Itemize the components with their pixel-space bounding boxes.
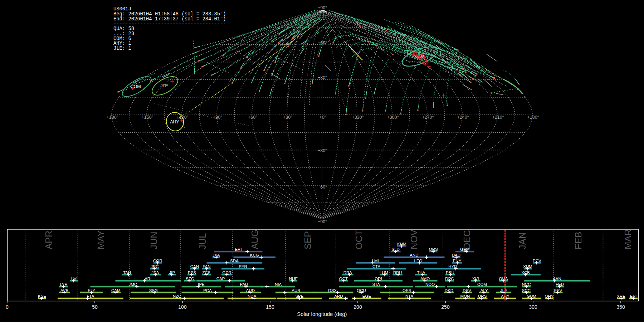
svg-text:NIA: NIA bbox=[275, 282, 282, 287]
svg-text:PCA: PCA bbox=[203, 288, 212, 293]
svg-text:SDA: SDA bbox=[230, 259, 239, 263]
svg-text:DSX: DSX bbox=[328, 288, 337, 293]
svg-text:MAR: MAR bbox=[623, 229, 633, 249]
svg-text:TAH: TAH bbox=[123, 270, 131, 275]
svg-text:JUL: JUL bbox=[197, 233, 208, 249]
svg-text:ECV: ECV bbox=[533, 259, 541, 263]
svg-text:CAP: CAP bbox=[216, 277, 225, 281]
svg-text:FEB: FEB bbox=[573, 231, 583, 249]
svg-text:QUA: QUA bbox=[499, 277, 508, 281]
svg-text:+30°: +30° bbox=[283, 115, 292, 120]
svg-text:+150°: +150° bbox=[141, 115, 153, 120]
svg-text:STA: STA bbox=[372, 282, 380, 287]
svg-text:ERI: ERI bbox=[235, 247, 241, 252]
svg-text:FEV: FEV bbox=[554, 288, 562, 293]
svg-text:+0°: +0° bbox=[319, 115, 326, 120]
svg-text:NZC: NZC bbox=[173, 294, 181, 298]
svg-text:JLE: JLE bbox=[500, 288, 507, 293]
svg-text:JEA: JEA bbox=[151, 270, 159, 275]
svg-text:XUM: XUM bbox=[523, 264, 532, 269]
svg-text:+270°: +270° bbox=[422, 115, 434, 120]
svg-text:NCC: NCC bbox=[522, 282, 531, 287]
svg-text:200: 200 bbox=[353, 304, 362, 310]
svg-text:LUM: LUM bbox=[380, 270, 388, 275]
svg-text:+60°: +60° bbox=[318, 40, 327, 45]
svg-text:ARI: ARI bbox=[145, 277, 151, 281]
svg-text:PSU: PSU bbox=[446, 270, 454, 275]
svg-text:−30°: −30° bbox=[318, 148, 327, 153]
svg-text:FAN: FAN bbox=[203, 264, 210, 269]
svg-text:NOO: NOO bbox=[425, 282, 435, 287]
svg-text:+180°: +180° bbox=[106, 115, 118, 120]
svg-text:URS: URS bbox=[478, 294, 487, 298]
svg-text:250: 250 bbox=[441, 304, 450, 310]
svg-text:GUM: GUM bbox=[527, 294, 536, 298]
svg-text:SCC: SCC bbox=[522, 288, 531, 293]
svg-text:AVB: AVB bbox=[60, 288, 68, 293]
svg-text:AND: AND bbox=[410, 253, 418, 257]
svg-text:LEO: LEO bbox=[414, 259, 422, 263]
svg-text:DRA: DRA bbox=[343, 270, 352, 275]
svg-text:CQR: CQR bbox=[153, 259, 162, 263]
svg-text:100: 100 bbox=[178, 304, 187, 310]
svg-text:KUM: KUM bbox=[397, 242, 406, 246]
svg-text:APR: APR bbox=[44, 231, 54, 249]
svg-text:DKD: DKD bbox=[445, 288, 453, 293]
svg-text:THA: THA bbox=[417, 270, 425, 275]
svg-text:XCB: XCB bbox=[521, 270, 530, 275]
svg-text:+180°: +180° bbox=[527, 115, 539, 120]
svg-text:PAU: PAU bbox=[240, 282, 248, 287]
svg-text:SZC: SZC bbox=[186, 277, 194, 281]
svg-text:CAN: CAN bbox=[190, 264, 199, 269]
svg-text:KCG: KCG bbox=[250, 253, 259, 257]
svg-text:+300°: +300° bbox=[387, 115, 399, 120]
svg-text:FTA: FTA bbox=[87, 294, 94, 298]
svg-text:JLE: 1: JLE: 1 bbox=[113, 46, 131, 51]
svg-text:DAD: DAD bbox=[452, 253, 460, 257]
svg-text:CAM: CAM bbox=[111, 288, 121, 293]
svg-text:PER: PER bbox=[239, 264, 247, 269]
svg-text:0: 0 bbox=[6, 304, 9, 310]
svg-text:AMO: AMO bbox=[420, 277, 430, 281]
svg-text:300: 300 bbox=[529, 304, 537, 310]
svg-text:IPE: IPE bbox=[198, 282, 205, 287]
svg-text:NUE: NUE bbox=[289, 277, 298, 281]
svg-text:GDR: GDR bbox=[222, 270, 231, 275]
svg-text:ARD: ARD bbox=[334, 294, 343, 298]
svg-text:50: 50 bbox=[92, 304, 98, 310]
svg-text:GEM: GEM bbox=[460, 247, 469, 252]
svg-text:RPU: RPU bbox=[393, 270, 402, 275]
svg-text:EHY: EHY bbox=[453, 259, 462, 263]
svg-text:NOV: NOV bbox=[409, 230, 419, 249]
svg-text:−60°: −60° bbox=[318, 185, 327, 190]
svg-text:LYR: LYR bbox=[60, 282, 68, 287]
svg-text:+240°: +240° bbox=[457, 115, 469, 120]
svg-text:ALY: ALY bbox=[480, 288, 488, 293]
svg-text:ZCS: ZCS bbox=[203, 270, 211, 275]
svg-text:PPS: PPS bbox=[188, 270, 196, 275]
svg-text:SLD: SLD bbox=[392, 247, 400, 252]
svg-text:JMC: JMC bbox=[128, 282, 137, 287]
svg-text:AHY: 1: AHY: 1 bbox=[113, 41, 131, 46]
svg-text:+60°: +60° bbox=[248, 115, 257, 120]
svg-text:ORI: ORI bbox=[375, 277, 382, 281]
svg-text:+90°: +90° bbox=[213, 115, 222, 120]
svg-text:NDA: NDA bbox=[248, 294, 257, 298]
svg-text:+330°: +330° bbox=[352, 115, 364, 120]
svg-text:JAN: JAN bbox=[517, 232, 527, 249]
svg-text:SSG: SSG bbox=[149, 288, 158, 293]
svg-text:ORS: ORS bbox=[429, 247, 438, 252]
svg-text:End: 20260104 17:39:37 (sol =: End: 20260104 17:39:37 (sol = 284.01°) bbox=[113, 16, 226, 22]
svg-text:MAY: MAY bbox=[96, 230, 106, 249]
svg-text:SEP: SEP bbox=[303, 231, 313, 249]
svg-text:COM: COM bbox=[477, 282, 487, 287]
svg-text:DEC: DEC bbox=[462, 230, 472, 249]
svg-text:ELY: ELY bbox=[88, 288, 95, 293]
svg-text:CTA: CTA bbox=[372, 264, 380, 269]
svg-text:EGE: EGE bbox=[362, 294, 371, 298]
svg-text:JUN: JUN bbox=[149, 231, 159, 249]
svg-text:XHE: XHE bbox=[617, 294, 625, 298]
svg-text:AUR: AUR bbox=[292, 288, 300, 293]
svg-text:LMI: LMI bbox=[372, 259, 379, 263]
svg-text:+90°: +90° bbox=[318, 5, 327, 10]
